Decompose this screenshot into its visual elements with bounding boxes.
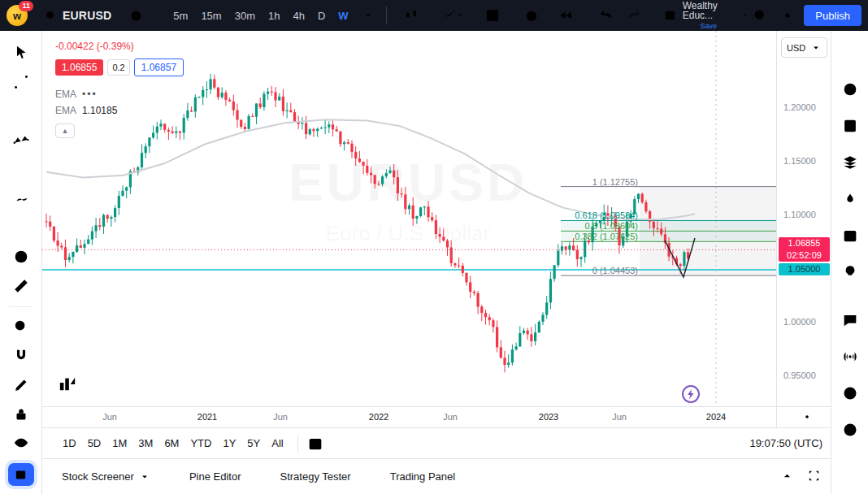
user-avatar[interactable]: w 11 xyxy=(7,5,28,26)
video-ideas-button[interactable] xyxy=(841,384,859,402)
axis-tick: Jun xyxy=(443,412,458,422)
layout-grid-button[interactable] xyxy=(481,4,504,27)
emoji-tool[interactable] xyxy=(12,248,30,266)
rewind-icon xyxy=(558,6,574,24)
quick-search-button[interactable] xyxy=(749,4,771,27)
avatar-letter: w xyxy=(13,10,21,22)
tab-pine-editor[interactable]: Pine Editor xyxy=(184,470,246,483)
fib-label-50[interactable]: 0.5 (1.08604) xyxy=(585,221,638,231)
tab-strategy-tester[interactable]: Strategy Tester xyxy=(275,470,355,483)
timeframe-5m[interactable]: 5m xyxy=(168,6,193,25)
undo-icon xyxy=(598,6,614,24)
price-scale[interactable]: USD 1.20000 1.15000 1.10000 1.00000 0.95… xyxy=(776,31,831,406)
help-button[interactable] xyxy=(841,421,859,439)
range-6m[interactable]: 6M xyxy=(158,434,184,453)
utc-clock[interactable]: 19:07:50 (UTC) xyxy=(749,437,822,449)
timeframe-30m[interactable]: 30m xyxy=(230,6,260,25)
bar-replay-button[interactable] xyxy=(554,4,577,27)
bid-price-box[interactable]: 1.06855 xyxy=(55,59,103,76)
trend-line-tool[interactable] xyxy=(12,73,30,92)
redo-icon xyxy=(626,6,642,24)
settings-button[interactable] xyxy=(776,4,799,27)
ema1-value: ••• xyxy=(82,89,98,100)
ideas-button[interactable] xyxy=(841,263,859,281)
streams-button[interactable] xyxy=(841,348,859,366)
lock-drawings-tool[interactable] xyxy=(12,405,30,424)
ema2-legend[interactable]: EMA 1.10185 xyxy=(55,102,184,119)
timeframe-1h[interactable]: 1h xyxy=(263,6,284,25)
change-readout: -0.00422 (-0.39%) xyxy=(55,41,184,52)
calendar-button[interactable] xyxy=(841,227,859,245)
magnet-tool[interactable] xyxy=(12,347,30,366)
forecast-tool[interactable] xyxy=(12,161,30,180)
chat-icon xyxy=(841,311,859,329)
chart-region: EURUSD Euro / U.S. Dollar -0.00422 (-0.3… xyxy=(42,31,831,406)
trading-app: w 11 EURUSD 5m 15m 30m 1h 4h D W xyxy=(0,0,868,494)
range-1d[interactable]: 1D xyxy=(57,434,82,453)
undo-button[interactable] xyxy=(595,4,618,27)
range-5y[interactable]: 5Y xyxy=(241,434,266,453)
chart-legend: -0.00422 (-0.39%) 1.06855 0.2 1.06857 EM… xyxy=(55,41,184,138)
chat-button[interactable] xyxy=(841,311,859,329)
text-tool[interactable] xyxy=(12,219,30,237)
chevron-down-icon xyxy=(139,471,150,483)
ask-price-box[interactable]: 1.06857 xyxy=(134,58,184,76)
cursor-tool[interactable] xyxy=(12,44,30,63)
redo-button[interactable] xyxy=(623,4,645,27)
range-ytd[interactable]: YTD xyxy=(184,434,217,453)
tab-trading-panel[interactable]: Trading Panel xyxy=(385,470,460,483)
panel-maximize-button[interactable] xyxy=(807,469,821,485)
panel-open-button[interactable] xyxy=(780,469,794,485)
go-to-date-button[interactable] xyxy=(306,435,324,453)
compare-add-button[interactable] xyxy=(124,4,147,27)
create-alert-button[interactable] xyxy=(520,4,543,27)
zoom-tool[interactable] xyxy=(12,318,30,336)
news-button[interactable] xyxy=(841,117,859,135)
tradingview-logo[interactable] xyxy=(59,375,76,392)
hotlists-button[interactable] xyxy=(841,190,859,208)
timeframe-4h[interactable]: 4h xyxy=(288,6,309,25)
fib-label-0[interactable]: 0 (1.04453) xyxy=(592,266,638,275)
layout-manager[interactable]: Wealthy Educ... Save xyxy=(663,1,749,31)
tab-stock-screener[interactable]: Stock Screener xyxy=(57,470,155,483)
range-separator xyxy=(297,436,298,452)
watchlist-button[interactable] xyxy=(841,44,859,62)
range-3m[interactable]: 3M xyxy=(132,434,158,453)
chart-type-button[interactable] xyxy=(400,4,423,27)
range-all[interactable]: All xyxy=(266,434,289,453)
clock-icon xyxy=(841,80,859,98)
measure-tool[interactable] xyxy=(12,277,30,296)
fib-label-382[interactable]: 0.382 (1.07625) xyxy=(575,232,638,241)
bottom-panel: Stock Screener Pine Editor Strategy Test… xyxy=(42,458,831,494)
range-1y[interactable]: 1Y xyxy=(217,434,241,453)
edit-tool[interactable] xyxy=(12,376,30,395)
fib-retracement-tool[interactable] xyxy=(12,102,30,121)
save-label[interactable]: Save xyxy=(700,21,717,31)
time-axis[interactable]: Jun 2021 Jun 2022 Jun 2023 Jun 2024 xyxy=(42,406,831,428)
brush-tool[interactable] xyxy=(12,189,30,208)
news-icon xyxy=(841,117,859,135)
hide-drawings-tool[interactable] xyxy=(12,434,30,453)
object-tree-button[interactable] xyxy=(841,154,859,171)
fib-label-1[interactable]: 1 (1.12755) xyxy=(592,177,638,187)
toolbar-divider xyxy=(9,306,33,307)
indicators-button[interactable] xyxy=(439,4,468,27)
screener-tool-active[interactable] xyxy=(8,463,34,486)
timeframe-1d[interactable]: D xyxy=(313,6,330,25)
publish-button[interactable]: Publish xyxy=(804,5,861,26)
legend-collapse-button[interactable]: ▲ xyxy=(55,124,75,138)
tv-logo-icon xyxy=(59,375,76,392)
range-5d[interactable]: 5D xyxy=(82,434,107,453)
timeframe-15m[interactable]: 15m xyxy=(196,6,226,25)
alerts-button[interactable] xyxy=(841,80,859,98)
ema1-legend[interactable]: EMA ••• xyxy=(55,86,184,102)
eye-icon xyxy=(12,434,30,452)
fib-label-618[interactable]: 0.618 (1.09584) xyxy=(575,210,638,220)
axis-settings-gear[interactable] xyxy=(801,411,813,422)
pattern-tool[interactable] xyxy=(12,132,30,150)
timeframe-1w-active[interactable]: W xyxy=(333,6,353,25)
timeframe-menu-button[interactable] xyxy=(357,4,380,27)
symbol-search[interactable]: EURUSD xyxy=(44,9,111,23)
currency-dropdown[interactable]: USD xyxy=(781,37,827,58)
range-1m[interactable]: 1M xyxy=(106,434,132,453)
